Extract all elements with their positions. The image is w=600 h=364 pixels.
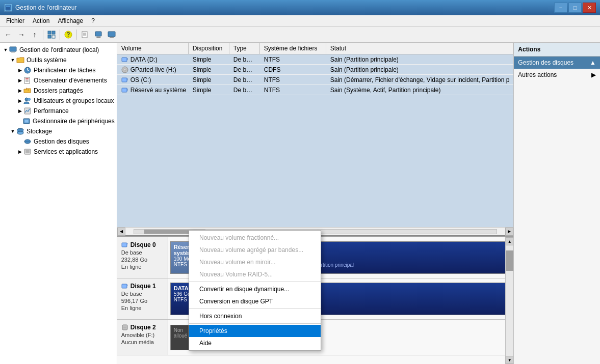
menu-fichier[interactable]: Fichier [2, 15, 29, 26]
cell-fs-os: NTFS [260, 75, 326, 85]
ctx-item-nouveau-raid[interactable]: Nouveau Volume RAID-5... [189, 268, 321, 281]
v-scroll-down[interactable]: ▼ [506, 356, 514, 364]
table-row[interactable]: GParted-live (H:) Simple De base CDFS Sa… [117, 65, 514, 75]
sidebar-item-gestion-disques[interactable]: Gestion des disques [0, 136, 117, 147]
root-arrow[interactable]: ▼ [2, 47, 9, 52]
disk-mgmt-icon [23, 137, 32, 146]
sidebar-root[interactable]: ▼ Gestion de l'ordinateur (local) [0, 45, 117, 55]
share-icon: ⤷ [23, 87, 32, 95]
ctx-item-nouveau-fractionne[interactable]: Nouveau volume fractionné... [189, 232, 321, 244]
svg-rect-47 [122, 78, 127, 82]
sidebar-item-utilisateurs[interactable]: ▶ Utilisateurs et groupes locaux [0, 96, 117, 106]
outils-arrow[interactable]: ▼ [9, 58, 16, 63]
unalloc-label: Non alloué [174, 327, 187, 339]
perf-arrow[interactable]: ▶ [16, 108, 23, 114]
scroll-right-btn[interactable]: ▶ [505, 228, 513, 236]
ctx-item-conversion-gpt[interactable]: Conversion en disque GPT [189, 295, 321, 307]
cell-disp-reserv: Simple [189, 86, 229, 95]
v-scroll-up[interactable]: ▲ [506, 237, 514, 245]
v-scrollbar: ▲ ▼ [505, 237, 513, 364]
disk-label-2: Disque 2 Amovible (F:) Aucun média [117, 320, 168, 355]
expand-icon: ▲ [590, 59, 596, 66]
col-header-volume[interactable]: Volume [117, 43, 189, 54]
v-scroll-thumb[interactable] [506, 250, 513, 271]
cell-type-data: De base [229, 55, 260, 64]
table-row[interactable]: Réservé au système Simple De base NTFS S… [117, 85, 514, 95]
sidebar-item-dossiers[interactable]: ▶ ⤷ Dossiers partagés [0, 86, 117, 96]
ctx-item-convertir-dynamique[interactable]: Convertir en disque dynamique... [189, 283, 321, 295]
up-button[interactable]: ↑ [29, 29, 41, 41]
sidebar-item-outils[interactable]: ▼ Outils système [0, 55, 117, 65]
volume-icon-os [121, 76, 128, 83]
svg-rect-50 [122, 88, 127, 92]
sidebar-item-gestionnaire[interactable]: Gestionnaire de périphériques [0, 116, 117, 126]
users-icon [23, 97, 32, 105]
util-arrow[interactable]: ▶ [16, 98, 23, 103]
sidebar-item-observateur[interactable]: ▶ Observateur d'événements [0, 75, 117, 86]
col-header-status[interactable]: Statut [326, 43, 514, 54]
computer-button[interactable] [92, 29, 105, 41]
disk-name-1: Disque 1 [131, 283, 156, 290]
performance-icon [23, 107, 32, 115]
menu-affichage[interactable]: Affichage [54, 15, 87, 26]
ctx-item-nouveau-bandes[interactable]: Nouveau volume agrégé par bandes... [189, 244, 321, 256]
ctx-item-aide[interactable]: Aide [189, 337, 321, 349]
toolbar: ← → ↑ ? [0, 26, 600, 43]
back-button[interactable]: ← [2, 29, 14, 41]
util-label: Utilisateurs et groupes locaux [34, 97, 114, 104]
col-header-fs[interactable]: Système de fichiers [260, 43, 326, 54]
volume-icon-reserv [121, 87, 128, 94]
col-header-type[interactable]: Type [229, 43, 260, 54]
cell-disp-os: Simple [189, 75, 229, 85]
help-button[interactable]: ? [62, 29, 74, 41]
ctx-item-nouveau-miroir[interactable]: Nouveau volume en miroir... [189, 256, 321, 268]
gestionnaire-label: Gestionnaire de périphériques [33, 118, 115, 125]
forward-button[interactable]: → [15, 29, 28, 41]
sidebar-item-performance[interactable]: ▶ Performance [0, 106, 117, 116]
menu-action[interactable]: Action [29, 15, 54, 26]
svg-text:⤷: ⤷ [25, 87, 30, 93]
action-item-autres[interactable]: Autres actions ▶ [514, 69, 600, 81]
gestion-disques-label: Gestion des disques [34, 138, 89, 145]
cell-disp-gparted: Simple [189, 65, 229, 74]
cell-disp-data: Simple [189, 55, 229, 64]
col-header-disposition[interactable]: Disposition [189, 43, 229, 54]
partition-unalloc[interactable]: Non alloué [170, 325, 191, 350]
disk-name-2: Disque 2 [131, 324, 156, 331]
ctx-sep-2 [189, 309, 321, 309]
disk-size-1: 596,17 Go [121, 298, 164, 304]
services-icon [23, 148, 32, 156]
close-button[interactable]: ✕ [583, 3, 596, 13]
sidebar-item-stockage[interactable]: ▼ Stockage [0, 126, 117, 136]
dossiers-label: Dossiers partagés [34, 87, 83, 94]
svg-rect-55 [122, 284, 127, 288]
table-row[interactable]: OS (C:) Simple De base NTFS Sain (Démarr… [117, 75, 514, 85]
obs-arrow[interactable]: ▶ [16, 78, 23, 83]
perf-label: Performance [34, 107, 69, 115]
planif-arrow[interactable]: ▶ [16, 68, 23, 73]
action-section-disques[interactable]: Gestion des disques ▲ [514, 57, 600, 69]
export-button[interactable] [79, 29, 91, 41]
svg-rect-2 [48, 31, 51, 34]
toolbar-sep-3 [76, 30, 77, 40]
toolbar-sep-1 [43, 30, 43, 40]
scroll-left-btn[interactable]: ◀ [117, 228, 125, 236]
screen-button[interactable] [106, 29, 118, 41]
sidebar: ▼ Gestion de l'ordinateur (local) ▼ Outi… [0, 43, 117, 364]
minimize-button[interactable]: − [554, 3, 567, 13]
maximize-button[interactable]: □ [568, 3, 582, 13]
ctx-item-hors-connexion[interactable]: Hors connexion [189, 310, 321, 322]
svc-arrow[interactable]: ▶ [16, 149, 23, 154]
ctx-item-proprietes[interactable]: Propriétés [189, 325, 321, 337]
disk-status-2: Aucun média [121, 339, 164, 345]
stock-arrow[interactable]: ▼ [9, 129, 16, 134]
sidebar-item-planificateur[interactable]: ▶ Planificateur de tâches [0, 65, 117, 75]
volume-icon [121, 56, 128, 63]
menu-help[interactable]: ? [87, 15, 99, 26]
show-hide-button[interactable] [45, 29, 58, 41]
dos-arrow[interactable]: ▶ [16, 88, 23, 93]
svg-rect-58 [123, 327, 126, 327]
disk-icon-1 [121, 283, 128, 290]
table-row[interactable]: DATA (D:) Simple De base NTFS Sain (Part… [117, 54, 514, 65]
sidebar-item-services[interactable]: ▶ Services et applications [0, 147, 117, 157]
